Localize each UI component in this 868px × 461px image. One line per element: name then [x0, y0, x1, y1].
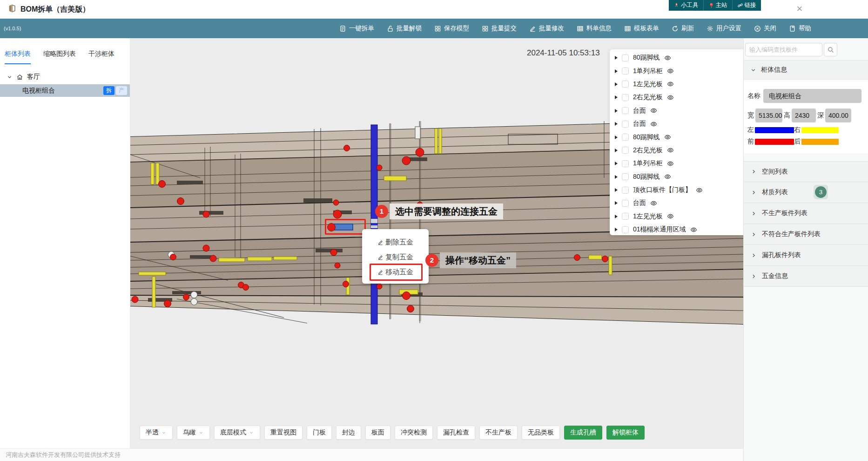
- part-row-01榻榻米通用区域[interactable]: 01榻榻米通用区域: [610, 223, 743, 235]
- part-row-2右见光板[interactable]: 2右见光板: [610, 144, 743, 157]
- part-label: 台面: [633, 120, 646, 128]
- toolbar-button-刷新[interactable]: 刷新: [672, 24, 694, 33]
- expand-triangle-icon[interactable]: [615, 56, 618, 60]
- toolbar-button-料单信息[interactable]: 料单信息: [577, 24, 612, 33]
- view-button-不生产板[interactable]: 不生产板: [479, 426, 518, 440]
- part-checkbox[interactable]: [622, 160, 629, 167]
- expand-triangle-icon[interactable]: [615, 149, 618, 152]
- section-材质列表[interactable]: 材质列表3: [744, 182, 868, 203]
- part-row-1左见光板[interactable]: 1左见光板: [610, 210, 743, 223]
- part-row-80踢脚线[interactable]: 80踢脚线: [610, 130, 743, 143]
- part-checkbox[interactable]: [622, 213, 629, 220]
- context-menu-item-移动五金[interactable]: 移动五金: [362, 264, 429, 279]
- view-button-板面[interactable]: 板面: [365, 426, 390, 440]
- part-row-台面[interactable]: 台面: [610, 104, 743, 117]
- expand-triangle-icon[interactable]: [615, 175, 618, 179]
- toolbar-button-label: 批量提交: [491, 24, 517, 33]
- grid-icon: [434, 25, 441, 32]
- toolbar-button-批量提交[interactable]: 批量提交: [482, 24, 517, 33]
- toolbar-button-一键拆单[interactable]: 一键拆单: [339, 24, 374, 33]
- part-checkbox[interactable]: [622, 94, 629, 101]
- part-checkbox[interactable]: [622, 121, 629, 128]
- tab-柜体列表[interactable]: 柜体列表: [5, 50, 31, 64]
- expand-triangle-icon[interactable]: [615, 136, 618, 139]
- part-checkbox[interactable]: [622, 107, 629, 114]
- expand-triangle-icon[interactable]: [615, 228, 618, 231]
- view-button-无品类板[interactable]: 无品类板: [522, 426, 560, 440]
- tree-room-row[interactable]: 客厅: [0, 71, 130, 83]
- left-panel-tabs: 柜体列表缩略图列表干涉柜体: [0, 38, 130, 64]
- part-row-台面[interactable]: 台面: [610, 197, 743, 210]
- part-row-2右见光板[interactable]: 2右见光板: [610, 91, 743, 104]
- toolbar-button-模板表单[interactable]: 模板表单: [624, 24, 659, 33]
- window-title: BOM拆单（吉美版）: [20, 5, 90, 14]
- badge-chan[interactable]: 产: [116, 86, 127, 95]
- part-row-1单列吊柜[interactable]: 1单列吊柜: [610, 157, 743, 170]
- toolbar-button-用户设置[interactable]: 用户设置: [707, 24, 741, 33]
- expand-triangle-icon[interactable]: [615, 95, 618, 99]
- part-checkbox[interactable]: [622, 81, 629, 88]
- part-checkbox[interactable]: [622, 226, 629, 233]
- part-row-80踢脚线[interactable]: 80踢脚线: [610, 51, 743, 64]
- part-row-1左见光板[interactable]: 1左见光板: [610, 78, 743, 91]
- view-button-重置视图[interactable]: 重置视图: [264, 426, 303, 440]
- close-window-button[interactable]: ×: [791, 2, 808, 16]
- view-button-半透[interactable]: 半透: [140, 426, 173, 440]
- section-五金信息[interactable]: 五金信息: [744, 266, 868, 287]
- search-button[interactable]: [824, 43, 837, 56]
- toolbar-button-关闭[interactable]: 关闭: [754, 24, 776, 33]
- part-row-台面[interactable]: 台面: [610, 117, 743, 130]
- section-空间列表[interactable]: 空间列表: [744, 161, 868, 182]
- view-button-漏孔检查[interactable]: 漏孔检查: [437, 426, 475, 440]
- part-checkbox[interactable]: [622, 68, 629, 75]
- part-checkbox[interactable]: [622, 54, 629, 61]
- expand-triangle-icon[interactable]: [615, 188, 618, 192]
- quick-link-小工具[interactable]: 小工具: [669, 0, 704, 11]
- view-button-底层模式[interactable]: 底层模式: [214, 426, 260, 440]
- cabinet-info-content: 名称 电视柜组合 宽5135.00高2430深400.00 左右前后: [744, 80, 868, 153]
- tab-干涉柜体[interactable]: 干涉柜体: [88, 50, 114, 63]
- view-button-解锁柜体[interactable]: 解锁柜体: [606, 426, 645, 440]
- toolbar-button-批量解锁[interactable]: 批量解锁: [387, 24, 422, 33]
- toolbar-button-保存模型[interactable]: 保存模型: [434, 24, 469, 33]
- part-checkbox[interactable]: [622, 187, 629, 194]
- part-checkbox[interactable]: [622, 173, 629, 180]
- pin-icon: [708, 2, 714, 8]
- part-checkbox[interactable]: [622, 200, 629, 207]
- toolbar-button-批量修改[interactable]: 批量修改: [529, 24, 564, 33]
- quick-link-主站[interactable]: 主站: [704, 0, 733, 11]
- part-checkbox[interactable]: [622, 134, 629, 141]
- part-checkbox[interactable]: [622, 147, 629, 154]
- view-button-冲突检测[interactable]: 冲突检测: [395, 426, 433, 440]
- view-button-鸟瞰[interactable]: 鸟瞰: [177, 426, 210, 440]
- section-label: 不生产板件列表: [762, 209, 807, 217]
- quick-link-链接[interactable]: 链接: [733, 0, 761, 11]
- chevron-down-icon: [7, 74, 13, 80]
- expand-triangle-icon[interactable]: [615, 162, 618, 165]
- expand-triangle-icon[interactable]: [615, 215, 618, 218]
- expand-triangle-icon[interactable]: [615, 82, 618, 86]
- section-不符合生产板件列表[interactable]: 不符合生产板件列表: [744, 224, 868, 245]
- expand-triangle-icon[interactable]: [615, 201, 618, 205]
- tab-缩略图列表[interactable]: 缩略图列表: [43, 50, 76, 63]
- toolbar-button-帮助[interactable]: 帮助: [789, 24, 811, 33]
- section-不生产板件列表[interactable]: 不生产板件列表: [744, 203, 868, 224]
- context-menu-item-复制五金[interactable]: 复制五金: [362, 250, 429, 264]
- badge-chai[interactable]: 拆: [103, 86, 114, 95]
- part-row-1单列吊柜[interactable]: 1单列吊柜: [610, 64, 743, 77]
- part-row-顶收口板件【门板】[interactable]: 顶收口板件【门板】: [610, 183, 743, 197]
- view-button-生成孔槽[interactable]: 生成孔槽: [564, 426, 602, 440]
- expand-triangle-icon[interactable]: [615, 122, 618, 126]
- section-漏孔板件列表[interactable]: 漏孔板件列表: [744, 245, 868, 266]
- expand-triangle-icon[interactable]: [615, 69, 618, 73]
- expand-triangle-icon[interactable]: [615, 109, 618, 113]
- search-input[interactable]: [745, 43, 822, 56]
- view-button-门板[interactable]: 门板: [307, 426, 332, 440]
- context-menu-item-删除五金[interactable]: 删除五金: [362, 235, 429, 250]
- section-cabinet-info[interactable]: 柜体信息: [744, 60, 868, 80]
- tree-item-cabinet[interactable]: 电视柜组合 拆 产: [0, 84, 130, 97]
- part-row-80踢脚线[interactable]: 80踢脚线: [610, 170, 743, 183]
- search-icon: [827, 46, 834, 54]
- view-button-label: 漏孔检查: [443, 428, 469, 437]
- view-button-封边[interactable]: 封边: [336, 426, 361, 440]
